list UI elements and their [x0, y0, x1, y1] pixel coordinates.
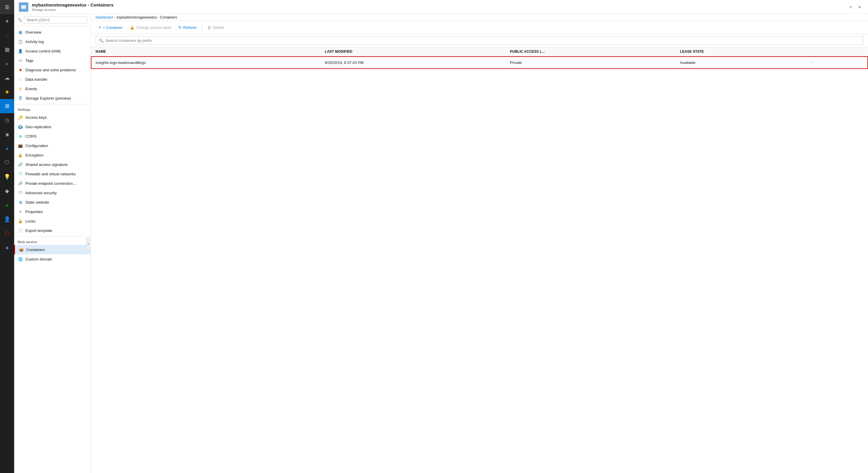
containers-table-container: NAME LAST MODIFIED PUBLIC ACCESS L... LE… — [91, 47, 868, 473]
window-title-text: mybastionstorageeeastus - Containers Sto… — [32, 2, 114, 12]
col-header-actions — [803, 47, 868, 56]
sidebar-item-access-keys[interactable]: 🔑 Access keys — [14, 112, 91, 122]
nav-label-export-template: Export template — [25, 228, 52, 233]
nav-label-access-control: Access control (IAM) — [25, 49, 61, 53]
container-search-input[interactable] — [105, 38, 860, 43]
col-header-last-modified[interactable]: LAST MODIFIED — [320, 47, 505, 56]
firewalls-icon: 🛡 — [18, 171, 23, 176]
change-access-button[interactable]: 🔒 Change access level — [127, 24, 174, 31]
breadcrumb-current: mybastionstorageeeastus - Containers — [117, 15, 177, 20]
dashboard-icon[interactable]: ▦ — [0, 42, 14, 57]
circle-blue-icon[interactable]: ● — [0, 141, 14, 156]
static-website-icon: 🖥 — [18, 200, 23, 205]
add-container-button[interactable]: + + Container — [96, 23, 126, 32]
search-bar-container: 🔍 — [91, 34, 868, 47]
properties-icon: ≡ — [18, 209, 23, 214]
access-control-icon: 👤 — [18, 48, 23, 54]
breadcrumb: Dashboard › mybastionstorageeeastus - Co… — [91, 14, 868, 21]
custom-domain-icon: 🌐 — [18, 257, 23, 262]
sidebar: 🔍 ▦ Overview 📋 Activity log 👤 Access con… — [14, 14, 91, 473]
sidebar-item-export-template[interactable]: 📄 Export template — [14, 226, 91, 235]
col-header-public-access[interactable]: PUBLIC ACCESS L... — [505, 47, 675, 56]
sidebar-item-properties[interactable]: ≡ Properties — [14, 207, 91, 216]
puzzle-icon[interactable]: ⬡ — [0, 226, 14, 240]
nav-label-geo-replication: Geo-replication — [25, 125, 51, 129]
sidebar-item-activity-log[interactable]: 📋 Activity log — [14, 37, 91, 46]
more-actions-button[interactable]: ··· — [808, 59, 815, 66]
popout-button[interactable]: ↗ — [847, 4, 854, 11]
sidebar-item-access-control[interactable]: 👤 Access control (IAM) — [14, 46, 91, 56]
sidebar-item-static-website[interactable]: 🖥 Static website — [14, 198, 91, 207]
delete-icon: 🗑 — [207, 25, 211, 30]
sidebar-search-input[interactable] — [24, 16, 87, 24]
shared-access-icon: 🔗 — [18, 162, 23, 167]
sidebar-item-cors[interactable]: ⊕ CORS — [14, 131, 91, 141]
sidebar-item-encryption[interactable]: 🔒 Encryption — [14, 150, 91, 160]
nav-label-containers: Containers — [26, 247, 45, 252]
sidebar-item-events[interactable]: ⚡ Events — [14, 84, 91, 93]
sidebar-item-shared-access[interactable]: 🔗 Shared access signature — [14, 160, 91, 169]
sidebar-item-overview[interactable]: ▦ Overview — [14, 27, 91, 37]
sidebar-item-advanced-security[interactable]: 🛡 Advanced security — [14, 188, 91, 198]
window-chrome: mybastionstorageeeastus - Containers Sto… — [14, 0, 868, 14]
sidebar-item-containers[interactable]: 📦 Containers — [14, 245, 91, 254]
cors-icon: ⊕ — [18, 134, 23, 139]
nav-label-cors: CORS — [25, 134, 37, 138]
main-content: Dashboard › mybastionstorageeeastus - Co… — [91, 14, 868, 473]
circle-icon2[interactable]: ● — [0, 198, 14, 212]
nav-label-storage-explorer: Storage Explorer (preview) — [25, 96, 71, 101]
blob-section-title: Blob service — [14, 236, 91, 245]
containers-table: NAME LAST MODIFIED PUBLIC ACCESS L... LE… — [91, 47, 868, 69]
breadcrumb-home-link[interactable]: Dashboard — [96, 15, 113, 20]
all-services-icon[interactable]: ≡ — [0, 57, 14, 71]
sidebar-item-geo-replication[interactable]: 🌍 Geo-replication — [14, 122, 91, 131]
sidebar-collapse-button[interactable]: « — [86, 238, 91, 249]
icon-rail: ☰ + ⌂ ▦ ≡ ☁ ★ ⊞ ◷ ▣ ● 🛡 💡 ◆ ● 👤 ⬡ ● — [0, 0, 14, 473]
sidebar-item-locks[interactable]: 🔒 Locks — [14, 216, 91, 226]
locks-icon: 🔒 — [18, 218, 23, 224]
sidebar-item-data-transfer[interactable]: ↕ Data transfer — [14, 74, 91, 84]
geo-replication-icon: 🌍 — [18, 124, 23, 129]
create-resource-icon[interactable]: + — [0, 14, 14, 28]
menu-icon[interactable]: ☰ — [0, 0, 14, 14]
sidebar-item-configuration[interactable]: 💼 Configuration — [14, 141, 91, 150]
col-header-lease-state[interactable]: LEASE STATE — [675, 47, 803, 56]
nav-label-tags: Tags — [25, 58, 33, 63]
sidebar-item-storage-explorer[interactable]: 🗄 Storage Explorer (preview) — [14, 93, 91, 103]
home-icon[interactable]: ⌂ — [0, 28, 14, 42]
sidebar-item-tags[interactable]: 🏷 Tags — [14, 56, 91, 65]
clock-icon[interactable]: ◷ — [0, 113, 14, 127]
advanced-security-icon: 🛡 — [18, 190, 23, 195]
delete-button[interactable]: 🗑 Delete — [205, 24, 227, 31]
settings-section-title: Settings — [14, 104, 91, 112]
export-template-icon: 📄 — [18, 228, 23, 233]
container-last-modified: 9/20/2019, 6:37:43 PM — [320, 56, 505, 69]
nav-label-encryption: Encryption — [25, 153, 43, 157]
circle-icon3[interactable]: ● — [0, 240, 14, 255]
svg-rect-1 — [21, 5, 26, 6]
container-public-access: Private — [505, 56, 675, 69]
refresh-button[interactable]: ↻ Refresh — [176, 24, 200, 31]
person-icon[interactable]: 👤 — [0, 212, 14, 226]
cloud-icon[interactable]: ☁ — [0, 71, 14, 85]
active-service-icon[interactable]: ⊞ — [0, 99, 14, 113]
favorites-icon[interactable]: ★ — [0, 85, 14, 99]
shield-icon[interactable]: 🛡 — [0, 156, 14, 170]
col-header-name[interactable]: NAME — [91, 47, 320, 56]
overview-icon: ▦ — [18, 30, 23, 35]
sidebar-item-custom-domain[interactable]: 🌐 Custom domain — [14, 254, 91, 264]
sidebar-item-firewalls[interactable]: 🛡 Firewalls and virtual networks — [14, 169, 91, 178]
nav-label-custom-domain: Custom domain — [25, 257, 52, 261]
diamond-icon[interactable]: ◆ — [0, 184, 14, 198]
nav-label-static-website: Static website — [25, 200, 49, 205]
lock-icon: 🔒 — [130, 25, 134, 30]
resource-icon — [19, 2, 28, 12]
nav-label-data-transfer: Data transfer — [25, 77, 48, 81]
table-row[interactable]: insights-logs-bastionauditlogs 9/20/2019… — [91, 56, 868, 69]
add-container-icon: + — [98, 25, 101, 30]
monitor-icon[interactable]: ▣ — [0, 127, 14, 141]
close-button[interactable]: ✕ — [856, 4, 863, 11]
sidebar-item-private-endpoint[interactable]: 🔗 Private endpoint connection... — [14, 178, 91, 188]
bulb-icon[interactable]: 💡 — [0, 170, 14, 184]
sidebar-item-diagnose[interactable]: ✱ Diagnose and solve problems — [14, 65, 91, 74]
